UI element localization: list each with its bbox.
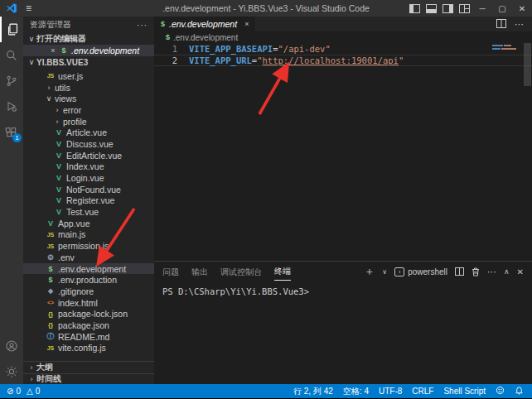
tree-file-Register.vue[interactable]: VRegister.vue xyxy=(23,195,154,207)
tree-item-label: README.md xyxy=(58,332,109,342)
tree-item-label: Article.vue xyxy=(66,127,107,137)
tree-file-NotFound.vue[interactable]: VNotFound.vue xyxy=(23,184,154,195)
tree-file-package-lock.json[interactable]: {}package-lock.json xyxy=(23,308,154,320)
tree-file-Test.vue[interactable]: VTest.vue xyxy=(23,206,154,218)
tree-file-Login.vue[interactable]: VLogin.vue xyxy=(23,172,154,184)
timeline-section[interactable]: › 时间线 xyxy=(23,373,154,385)
panel-tab-问题[interactable]: 问题 xyxy=(162,263,179,281)
status-segment[interactable]: Shell Script xyxy=(443,387,486,396)
terminal-dropdown-icon[interactable]: ∨ xyxy=(382,268,387,276)
line-number: 1 xyxy=(154,44,177,54)
code-line-2[interactable]: 2VITE_APP_URL="http://localhost:19001/ap… xyxy=(154,55,532,66)
panel-tab-终端[interactable]: 终端 xyxy=(274,262,291,281)
tree-item-label: App.vue xyxy=(58,219,90,228)
tree-folder-utils[interactable]: ›utils xyxy=(23,82,154,94)
source-control-icon[interactable] xyxy=(0,68,23,94)
close-button[interactable]: ✕ xyxy=(512,0,532,17)
tree-file-permission.js[interactable]: JSpermission.js xyxy=(23,240,154,252)
panel-more-actions-icon[interactable]: ⋯ xyxy=(487,267,496,277)
tree-item-label: vite.config.js xyxy=(58,343,106,353)
html-file-icon: <> xyxy=(45,300,56,305)
tree-file-package.json[interactable]: {}package.json xyxy=(23,320,154,331)
run-debug-icon[interactable] xyxy=(0,94,23,119)
customize-layout-icon[interactable] xyxy=(456,0,472,17)
tree-file-Discuss.vue[interactable]: VDiscuss.vue xyxy=(23,138,154,150)
tree-file-main.js[interactable]: JSmain.js xyxy=(23,229,154,241)
tree-file-user.js[interactable]: JSuser.js xyxy=(23,70,154,82)
code-editor[interactable]: 1VITE_APP_BASEAPI="/api-dev"2VITE_APP_UR… xyxy=(154,43,532,261)
explorer-icon[interactable] xyxy=(0,17,23,42)
editor-more-actions-icon[interactable]: ⋯ xyxy=(515,19,524,30)
editor-scrollbar[interactable] xyxy=(524,43,531,86)
split-terminal-icon[interactable] xyxy=(455,267,464,276)
close-tab-icon[interactable]: × xyxy=(244,20,249,28)
feedback-smiley-icon[interactable] xyxy=(496,386,505,397)
tree-item-label: profile xyxy=(63,117,87,127)
tree-file-.gitignore[interactable]: ◆.gitignore xyxy=(23,286,154,297)
status-segment[interactable]: 空格: 4 xyxy=(343,386,369,397)
chevron-down-icon: ∨ xyxy=(27,58,36,66)
tree-file-vite.config.js[interactable]: JSvite.config.js xyxy=(23,343,154,354)
toggle-sidebar-icon[interactable] xyxy=(406,0,423,17)
terminal-icon: › xyxy=(394,267,404,276)
close-panel-icon[interactable]: ✕ xyxy=(517,267,524,276)
tree-item-label: Test.vue xyxy=(66,207,99,217)
project-root-section[interactable]: ∨ YI.BBS.VUE3 xyxy=(23,56,154,68)
status-segment[interactable]: 行 2, 列 42 xyxy=(293,386,333,397)
tree-file-.env[interactable]: ⚙.env xyxy=(23,252,154,263)
tree-file-App.vue[interactable]: VApp.vue xyxy=(23,218,154,229)
shell-file-icon: $ xyxy=(166,33,170,41)
extensions-icon[interactable]: 1 xyxy=(0,119,23,145)
sidebar-title: 资源管理器 xyxy=(30,19,71,31)
open-editor-item[interactable]: × $ .env.development xyxy=(23,45,154,56)
tree-file-EditArticle.vue[interactable]: VEditArticle.vue xyxy=(23,150,154,161)
js-file-icon: JS xyxy=(45,232,56,238)
open-editors-section[interactable]: ∨ 打开的编辑器 xyxy=(23,33,154,45)
open-editor-filename: .env.development xyxy=(71,46,139,55)
tree-file-README.md[interactable]: ⓘREADME.md xyxy=(23,331,154,343)
panel-tab-调试控制台[interactable]: 调试控制台 xyxy=(220,263,262,281)
terminal-output[interactable]: PS D:\CSharp\Yi\Yi.BBS.Vue3> xyxy=(154,286,532,296)
split-editor-icon[interactable] xyxy=(496,19,506,30)
tree-item-label: .env.production xyxy=(58,275,117,285)
toggle-secondary-sidebar-icon[interactable] xyxy=(439,0,456,17)
notifications-bell-icon[interactable] xyxy=(515,386,524,397)
settings-gear-icon[interactable] xyxy=(0,358,23,384)
new-terminal-icon[interactable]: ＋ xyxy=(364,264,375,279)
problems-status[interactable]: ⊘0 △0 xyxy=(7,387,40,396)
minimize-button[interactable]: ─ xyxy=(472,0,492,17)
panel-tab-输出[interactable]: 输出 xyxy=(191,263,208,281)
minimap[interactable] xyxy=(492,45,520,51)
tree-item-label: package-lock.json xyxy=(58,309,128,319)
code-line-1[interactable]: 1VITE_APP_BASEAPI="/api-dev" xyxy=(154,43,532,55)
account-icon[interactable] xyxy=(0,333,23,358)
close-icon[interactable]: × xyxy=(48,46,58,55)
breadcrumb[interactable]: $ .env.development xyxy=(154,31,532,43)
sidebar-more-actions-icon[interactable]: ··· xyxy=(137,21,148,30)
tree-file-Article.vue[interactable]: VArticle.vue xyxy=(23,127,154,138)
tree-folder-error[interactable]: ›error xyxy=(23,104,154,116)
status-segment[interactable]: CRLF xyxy=(412,387,433,396)
tree-folder-views[interactable]: ∨views xyxy=(23,93,154,104)
tree-item-label: EditArticle.vue xyxy=(66,151,122,161)
shell-file-icon: $ xyxy=(45,276,56,284)
tab-bar: $ .env.development × ⋯ xyxy=(154,17,532,31)
chevron-right-icon: › xyxy=(53,118,61,126)
terminal-prompt: PS D:\CSharp\Yi\Yi.BBS.Vue3> xyxy=(162,286,309,296)
status-segment[interactable]: UTF-8 xyxy=(379,387,402,396)
tree-file-.env.development[interactable]: $.env.development xyxy=(23,263,154,275)
search-icon[interactable] xyxy=(0,42,23,68)
outline-section[interactable]: › 大纲 xyxy=(23,361,154,373)
tree-folder-profile[interactable]: ›profile xyxy=(23,116,154,127)
tree-file-.env.production[interactable]: $.env.production xyxy=(23,274,154,286)
terminal-profile[interactable]: › powershell xyxy=(394,267,447,276)
kill-terminal-trash-icon[interactable] xyxy=(472,267,480,276)
menu-icon[interactable]: ≡ xyxy=(26,2,31,14)
maximize-button[interactable]: ▢ xyxy=(492,0,512,17)
tree-file-index.html[interactable]: <>index.html xyxy=(23,297,154,309)
tree-item-label: Login.vue xyxy=(66,173,104,183)
tree-file-Index.vue[interactable]: VIndex.vue xyxy=(23,161,154,173)
toggle-panel-icon[interactable] xyxy=(423,0,439,17)
maximize-panel-icon[interactable]: ∧ xyxy=(504,267,510,276)
tab-env-development[interactable]: $ .env.development × xyxy=(154,17,255,31)
